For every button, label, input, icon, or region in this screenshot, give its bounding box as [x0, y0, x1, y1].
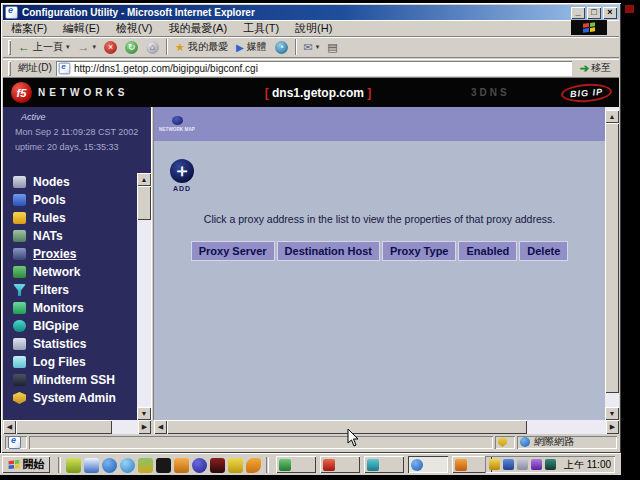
toolbar-grip[interactable] — [8, 40, 11, 55]
menu-favorites[interactable]: 我的最愛(A) — [160, 21, 235, 36]
sidebar-item-rules[interactable]: Rules — [13, 209, 116, 227]
mouse-cursor — [347, 429, 359, 447]
back-button[interactable]: ← 上一頁 ▾ — [14, 38, 74, 56]
sidebar-hscrollbar[interactable]: ◀ ▶ — [3, 420, 151, 434]
tray-volume-icon[interactable] — [489, 459, 500, 470]
map-app-icon[interactable] — [138, 458, 153, 473]
sidebar-item-monitors[interactable]: Monitors — [13, 299, 116, 317]
sidebar-item-mindterm-ssh[interactable]: Mindterm SSH — [13, 371, 116, 389]
stop-button[interactable]: × — [100, 38, 121, 56]
title-bar[interactable]: Configuration Utility - Microsoft Intern… — [3, 5, 619, 20]
sidebar-item-filters[interactable]: Filters — [13, 281, 116, 299]
bracket-open: [ — [265, 86, 269, 100]
quick-launch-icon[interactable] — [66, 458, 81, 473]
taskbar-clock[interactable]: 上午 11:00 — [564, 458, 611, 472]
favorites-button[interactable]: ★ 我的最愛 — [171, 38, 232, 56]
scroll-right-icon[interactable]: ▶ — [138, 420, 151, 434]
home-button[interactable]: ⌂ — [142, 38, 163, 56]
taskbar-window-button-1[interactable] — [276, 456, 316, 473]
go-button[interactable]: ➔ 移至 — [575, 60, 616, 77]
column-destination-host[interactable]: Destination Host — [277, 241, 380, 261]
mail-button[interactable]: ✉ ▾ — [300, 38, 324, 56]
utility-app-icon[interactable] — [210, 458, 225, 473]
scroll-left-icon[interactable]: ◀ — [3, 420, 16, 434]
sidebar-item-nats[interactable]: NATs — [13, 227, 116, 245]
task-window-icon — [367, 459, 379, 471]
back-dropdown-icon[interactable]: ▾ — [66, 43, 70, 51]
scroll-down-icon[interactable]: ▼ — [137, 407, 151, 420]
product-bigip-label[interactable]: BIG IP — [560, 82, 612, 104]
scrollbar-thumb[interactable] — [16, 420, 112, 434]
media-label: 媒體 — [247, 40, 267, 54]
ie-throbber — [571, 20, 607, 35]
column-proxy-server[interactable]: Proxy Server — [191, 241, 275, 261]
f5-logo-icon: f5 — [11, 82, 32, 103]
folders-icon[interactable] — [228, 458, 243, 473]
add-proxy-button[interactable]: ✛ — [170, 159, 194, 183]
taskbar-window-button-3[interactable] — [364, 456, 404, 473]
mail-app-icon[interactable] — [174, 458, 189, 473]
taskbar-separator — [266, 457, 269, 473]
close-button[interactable]: × — [603, 7, 617, 19]
sidebar-item-proxies[interactable]: Proxies — [13, 245, 116, 263]
main-hscrollbar[interactable]: ◀ ▶ — [154, 420, 619, 434]
mail-dropdown-icon[interactable]: ▾ — [316, 43, 320, 51]
address-input[interactable] — [71, 63, 570, 74]
product-3dns-label[interactable]: 3DNS — [471, 87, 510, 98]
tray-app-icon[interactable] — [517, 459, 528, 470]
msn-icon[interactable] — [120, 458, 135, 473]
menu-help[interactable]: 說明(H) — [287, 21, 340, 36]
forward-button[interactable]: → ▾ — [74, 38, 101, 56]
browser-app-icon[interactable] — [246, 458, 261, 473]
scroll-up-icon[interactable]: ▲ — [137, 173, 151, 186]
sidebar-item-statistics[interactable]: Statistics — [13, 335, 116, 353]
show-desktop-icon[interactable] — [84, 458, 99, 473]
forward-dropdown-icon[interactable]: ▾ — [93, 43, 97, 51]
network-map-button[interactable]: NETWORK MAP — [157, 110, 197, 137]
sidebar-scrollbar[interactable]: ▲ ▼ — [137, 173, 151, 420]
print-button[interactable]: ▤ — [323, 38, 341, 56]
tray-app-icon[interactable] — [545, 459, 556, 470]
menu-edit[interactable]: 編輯(E) — [55, 21, 108, 36]
address-bar: 網址(D) ➔ 移至 — [3, 59, 619, 78]
status-bar: 網際網路 — [3, 434, 619, 450]
sidebar-item-log-files[interactable]: Log Files — [13, 353, 116, 371]
main-frame: NETWORK MAP Proxies Proxy Statistics Cre… — [154, 107, 605, 420]
sidebar-item-bigpipe[interactable]: BIGpipe — [13, 317, 116, 335]
start-button[interactable]: 開始 — [2, 456, 50, 473]
sidebar-item-pools[interactable]: Pools — [13, 191, 116, 209]
addressbar-grip[interactable] — [8, 61, 11, 76]
sidebar-item-network[interactable]: Network — [13, 263, 116, 281]
column-enabled[interactable]: Enabled — [458, 241, 517, 261]
menu-view[interactable]: 檢視(V) — [108, 21, 161, 36]
column-delete[interactable]: Delete — [519, 241, 568, 261]
menu-file[interactable]: 檔案(F) — [3, 21, 55, 36]
internet-explorer-icon[interactable] — [102, 458, 117, 473]
sidebar-item-system-admin[interactable]: System Admin — [13, 389, 116, 407]
scroll-up-icon[interactable]: ▲ — [605, 110, 619, 123]
tray-network-icon[interactable] — [503, 459, 514, 470]
console-app-icon[interactable] — [156, 458, 171, 473]
maximize-button[interactable]: □ — [587, 7, 601, 19]
sidebar-item-nodes[interactable]: Nodes — [13, 173, 116, 191]
system-tray: 上午 11:00 — [485, 456, 615, 473]
scroll-right-icon[interactable]: ▶ — [606, 420, 619, 434]
start-label: 開始 — [23, 457, 45, 472]
taskbar-window-button-2[interactable] — [320, 456, 360, 473]
scrollbar-thumb[interactable] — [605, 123, 619, 393]
media-player-icon[interactable] — [192, 458, 207, 473]
minimize-button[interactable]: _ — [571, 7, 585, 19]
scroll-left-icon[interactable]: ◀ — [154, 420, 167, 434]
scrollbar-thumb[interactable] — [137, 186, 151, 220]
main-scrollbar[interactable]: ▲ ▼ — [605, 107, 619, 420]
history-button[interactable]: ◔ — [271, 38, 292, 56]
task-window-icon — [323, 459, 335, 471]
column-proxy-type[interactable]: Proxy Type — [382, 241, 457, 261]
tray-app-icon[interactable] — [531, 459, 542, 470]
menu-tools[interactable]: 工具(T) — [235, 21, 287, 36]
taskbar-window-button-active[interactable] — [408, 456, 448, 473]
refresh-button[interactable]: ↻ — [121, 38, 142, 56]
media-button[interactable]: ▶ 媒體 — [232, 38, 271, 56]
scroll-down-icon[interactable]: ▼ — [605, 407, 619, 420]
hscroll-row: ◀ ▶ ◀ ▶ — [3, 420, 619, 434]
